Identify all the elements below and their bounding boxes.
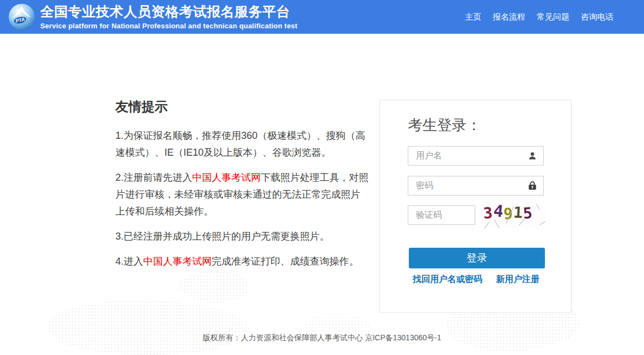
login-button[interactable]: 登录 [409, 248, 545, 268]
nav-contact-phone[interactable]: 咨询电话 [581, 12, 614, 22]
username-input[interactable] [408, 146, 544, 166]
footer-copyright: 版权所有：人力资源和社会保障部人事考试中心 京ICP备13013060号-1 [0, 333, 644, 343]
captcha-code: 3 4 9 1 5 [481, 203, 545, 222]
site-subtitle: Service platform for National Profession… [40, 22, 297, 30]
tip-item-2: 2.注册前请先进入中国人事考试网下载照片处理工具，对照片进行审核，未经审核或审核… [115, 169, 369, 220]
header: PTA 全国专业技术人员资格考试报名服务平台 Service platform … [0, 0, 644, 34]
tips-section: 友情提示 1.为保证报名顺畅，推荐使用360（极速模式）、搜狗（高速模式）、IE… [115, 98, 369, 278]
cpta-link[interactable]: 中国人事考试网 [143, 256, 212, 267]
tip-item-4: 4.进入中国人事考试网完成准考证打印、成绩查询操作。 [115, 253, 369, 270]
login-title: 考生登录： [408, 115, 481, 135]
header-nav: 主页 报名流程 常见问题 咨询电话 [465, 0, 614, 34]
page: PTA 全国专业技术人员资格考试报名服务平台 Service platform … [0, 0, 644, 355]
captcha-input[interactable] [408, 205, 475, 225]
tip-text: 4.进入 [115, 256, 143, 267]
tip-text: 完成准考证打印、成绩查询操作。 [212, 256, 359, 267]
tip-item-1: 1.为保证报名顺畅，推荐使用360（极速模式）、搜狗（高速模式）、IE（IE10… [115, 127, 369, 161]
tips-heading: 友情提示 [115, 98, 369, 115]
password-input[interactable] [408, 176, 544, 195]
tip-item-3: 3.已经注册并成功上传照片的用户无需更换照片。 [115, 228, 369, 245]
captcha-field-wrap [408, 205, 475, 225]
nav-registration-process[interactable]: 报名流程 [493, 12, 525, 22]
map-dots-decoration [48, 301, 249, 355]
tip-text: 2.注册前请先进入 [115, 172, 192, 183]
captcha-digit: 1 [513, 205, 523, 221]
captcha-digit: 3 [483, 205, 494, 221]
site-title-block: 全国专业技术人员资格考试报名服务平台 Service platform for … [40, 3, 297, 30]
tip-text: 1.为保证报名顺畅，推荐使用360（极速模式）、搜狗（高速模式）、IE（IE10… [115, 130, 365, 158]
username-field-wrap [408, 146, 544, 166]
password-field-wrap [408, 176, 544, 195]
login-links: 找回用户名或密码 新用户注册 [413, 274, 539, 285]
pta-logo-icon: PTA [8, 3, 35, 30]
new-user-register-link[interactable]: 新用户注册 [496, 274, 539, 285]
nav-home[interactable]: 主页 [465, 12, 481, 22]
site-title: 全国专业技术人员资格考试报名服务平台 [40, 3, 297, 20]
captcha-noise-line [484, 222, 489, 229]
nav-faq[interactable]: 常见问题 [537, 12, 569, 22]
captcha-digit: 9 [503, 206, 513, 222]
tip-text: 3.已经注册并成功上传照片的用户无需更换照片。 [115, 231, 329, 242]
captcha-image[interactable]: 3 4 9 1 5 [481, 203, 545, 229]
login-panel: 考生登录： 3 4 [379, 100, 572, 313]
recover-credentials-link[interactable]: 找回用户名或密码 [413, 274, 482, 285]
captcha-digit: 5 [522, 205, 533, 221]
cpta-link[interactable]: 中国人事考试网 [192, 172, 261, 183]
